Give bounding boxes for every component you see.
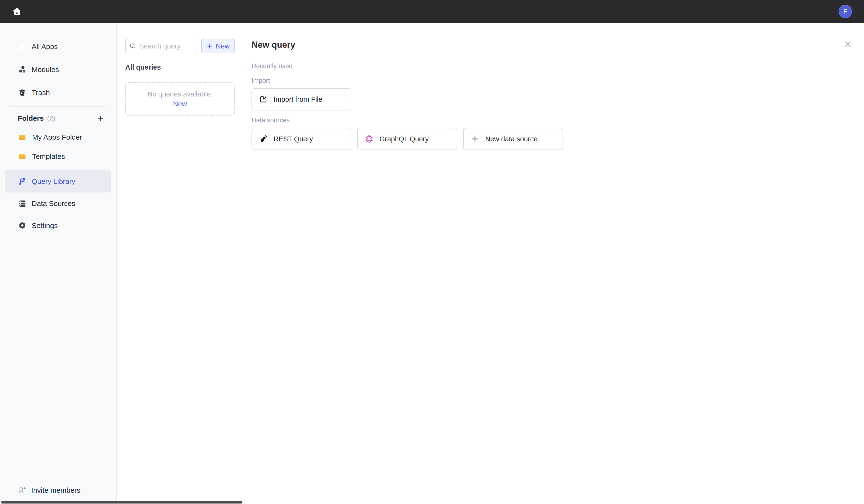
search-query-input[interactable] xyxy=(139,42,193,50)
new-query-panel: New query Recently used Import Import fr… xyxy=(243,23,864,504)
folder-item-templates[interactable]: Templates xyxy=(0,147,116,166)
folder-item-label: My Apps Folder xyxy=(32,133,82,141)
data-sources-icon xyxy=(18,199,27,208)
folders-title: Folders xyxy=(18,114,44,122)
rest-query-card[interactable]: REST Query xyxy=(252,128,351,150)
data-sources-label: Data sources xyxy=(252,117,852,124)
folder-icon xyxy=(18,152,27,161)
sidebar-item-modules[interactable]: Modules xyxy=(0,58,116,81)
sidebar-item-label: Settings xyxy=(32,221,58,230)
avatar[interactable]: F xyxy=(839,5,852,18)
plus-icon xyxy=(206,43,213,50)
query-library-icon xyxy=(18,177,27,186)
rest-query-label: REST Query xyxy=(274,135,313,143)
search-icon xyxy=(129,43,136,50)
settings-icon xyxy=(18,221,27,230)
sidebar-item-label: Data Sources xyxy=(32,200,75,208)
add-folder-icon[interactable] xyxy=(96,114,105,122)
sidebar-item-query-library[interactable]: Query Library xyxy=(5,170,111,192)
invite-members-label: Invite members xyxy=(31,486,80,494)
query-list-panel: New All queries No queries available. Ne… xyxy=(117,23,243,504)
import-from-file-card[interactable]: Import from File xyxy=(252,88,351,110)
close-icon[interactable] xyxy=(844,40,852,48)
sidebar-item-all-apps[interactable]: All Apps xyxy=(0,35,116,58)
new-query-button-label: New xyxy=(216,42,230,50)
topbar: F xyxy=(0,0,864,23)
graphql-query-label: GraphQL Query xyxy=(380,135,429,143)
sidebar-item-data-sources[interactable]: Data Sources xyxy=(5,192,111,215)
empty-queries-message: No queries available. xyxy=(147,90,213,98)
folder-item-my-apps[interactable]: My Apps Folder xyxy=(0,128,116,147)
sidebar-item-label: Modules xyxy=(32,65,59,74)
folder-icon xyxy=(18,133,27,142)
new-data-source-card[interactable]: New data source xyxy=(463,128,563,150)
folder-item-label: Templates xyxy=(32,152,65,160)
home-icon[interactable] xyxy=(12,7,22,16)
invite-user-icon xyxy=(17,486,26,495)
sidebar-item-label: All Apps xyxy=(32,43,58,51)
empty-queries-box: No queries available. New xyxy=(125,82,235,116)
new-query-button[interactable]: New xyxy=(201,39,235,53)
sidebar-item-label: Query Library xyxy=(32,177,75,185)
plus-icon xyxy=(470,134,480,144)
home-icon xyxy=(18,42,27,51)
page-title: New query xyxy=(252,40,295,50)
sidebar-item-trash[interactable]: Trash xyxy=(0,81,116,104)
recently-used-label: Recently used xyxy=(252,62,852,70)
trash-icon xyxy=(18,88,27,97)
sidebar-item-label: Trash xyxy=(32,88,50,97)
import-from-file-label: Import from File xyxy=(274,96,322,104)
import-file-icon xyxy=(259,95,268,104)
graphql-query-card[interactable]: GraphQL Query xyxy=(357,128,457,150)
sidebar-divider xyxy=(10,106,107,107)
avatar-initial: F xyxy=(843,8,848,15)
invite-members-button[interactable]: Invite members xyxy=(0,486,116,495)
new-data-source-label: New data source xyxy=(485,135,538,143)
sidebar: All Apps Modules Trash Folders (2) xyxy=(0,23,117,504)
folders-count: (2) xyxy=(47,115,55,122)
sidebar-item-settings[interactable]: Settings xyxy=(5,215,111,237)
empty-queries-new-link[interactable]: New xyxy=(173,100,187,108)
modules-icon xyxy=(18,65,27,74)
query-list-title: All queries xyxy=(125,63,235,71)
import-label: Import xyxy=(252,77,852,84)
graphql-icon xyxy=(364,134,374,144)
folders-header: Folders (2) xyxy=(0,109,116,128)
rest-plug-icon xyxy=(259,134,268,144)
horizontal-scrollbar[interactable] xyxy=(1,501,242,504)
search-query-box[interactable] xyxy=(125,39,197,53)
